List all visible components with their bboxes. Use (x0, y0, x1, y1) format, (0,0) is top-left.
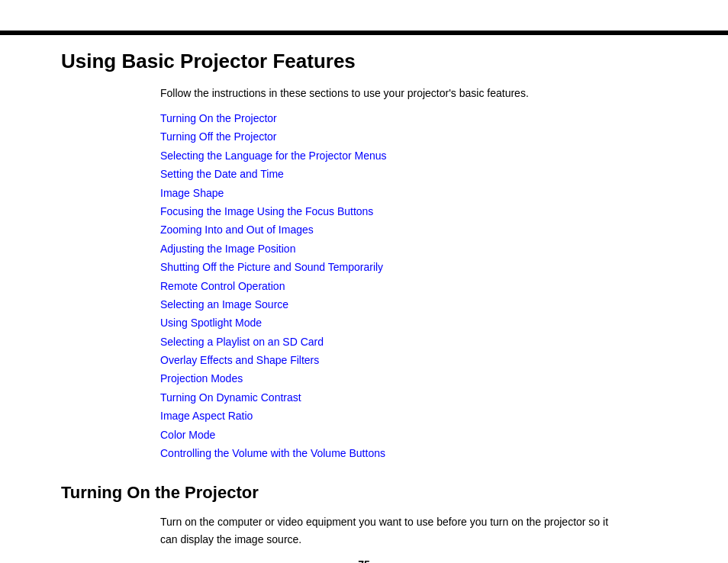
nav-link-13[interactable]: Overlay Effects and Shape Filters (160, 352, 667, 368)
content-area: Using Basic Projector Features Follow th… (0, 0, 728, 563)
nav-link-11[interactable]: Using Spotlight Mode (160, 314, 667, 331)
section-text: Turn on the computer or video equipment … (160, 513, 618, 548)
nav-link-3[interactable]: Setting the Date and Time (160, 166, 667, 182)
nav-link-18[interactable]: Controlling the Volume with the Volume B… (160, 445, 667, 462)
nav-link-14[interactable]: Projection Modes (160, 370, 667, 387)
nav-link-4[interactable]: Image Shape (160, 185, 667, 201)
nav-link-0[interactable]: Turning On the Projector (160, 110, 667, 127)
links-container: Turning On the ProjectorTurning Off the … (160, 110, 667, 462)
nav-link-1[interactable]: Turning Off the Projector (160, 128, 667, 145)
nav-link-9[interactable]: Remote Control Operation (160, 278, 667, 294)
nav-link-8[interactable]: Shutting Off the Picture and Sound Tempo… (160, 259, 667, 275)
intro-text: Follow the instructions in these section… (160, 87, 667, 99)
nav-link-16[interactable]: Image Aspect Ratio (160, 407, 667, 424)
page-container: Using Basic Projector Features Follow th… (0, 0, 728, 563)
nav-link-17[interactable]: Color Mode (160, 426, 667, 443)
nav-link-10[interactable]: Selecting an Image Source (160, 296, 667, 313)
nav-link-2[interactable]: Selecting the Language for the Projector… (160, 147, 667, 164)
nav-link-6[interactable]: Zooming Into and Out of Images (160, 221, 667, 238)
main-heading: Using Basic Projector Features (61, 50, 667, 73)
nav-link-7[interactable]: Adjusting the Image Position (160, 240, 667, 257)
top-border (0, 31, 728, 35)
page-number: 75 (358, 558, 370, 563)
nav-link-5[interactable]: Focusing the Image Using the Focus Butto… (160, 203, 667, 220)
nav-link-12[interactable]: Selecting a Playlist on an SD Card (160, 333, 667, 350)
nav-link-15[interactable]: Turning On Dynamic Contrast (160, 389, 667, 406)
section-heading: Turning On the Projector (61, 483, 667, 503)
